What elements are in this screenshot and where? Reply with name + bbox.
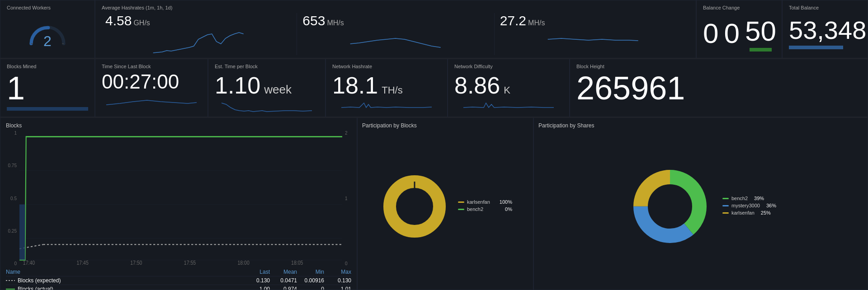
chart-table: Name Last Mean Min Max Blocks (expected)… xyxy=(6,268,351,290)
network-hashrate-card: Network Hashrate 18.1 TH/s xyxy=(326,59,448,117)
mystery3000-shares-label: mystery3000 xyxy=(731,203,760,208)
row1: Connected Workers 2 Average Hashrates (1… xyxy=(0,0,868,59)
participation-shares-card: Participation by Shares bench2 xyxy=(533,117,868,290)
karlsenfan-blocks-label: karlsenfan xyxy=(467,199,490,205)
actual-last: 1.00 xyxy=(243,286,270,290)
karlsenfan-shares-pct: 25% xyxy=(761,210,771,215)
expected-last: 0.130 xyxy=(243,277,270,284)
legend-karlsenfan-blocks: karlsenfan 100% xyxy=(458,199,512,205)
mystery3000-shares-dot xyxy=(722,205,729,206)
block-height-title: Block Height xyxy=(576,64,861,69)
col-mean-header: Mean xyxy=(270,269,297,275)
hashrate-1m-value: 4.58 xyxy=(105,13,132,28)
network-hashrate-unit: TH/s xyxy=(382,84,402,96)
balance-change-item-3: 50 xyxy=(745,15,776,51)
participation-blocks-content: karlsenfan 100% bench2 0% xyxy=(362,131,528,282)
chart-main: 17:40 17:45 17:50 17:55 18:00 18:05 xyxy=(19,131,342,266)
bench2-blocks-label: bench2 xyxy=(467,206,483,212)
hashrate-1d-value: 27.2 xyxy=(500,13,526,28)
total-balance-title: Total Balance xyxy=(789,5,861,10)
expected-icon xyxy=(6,280,15,281)
time-since-value: 00:27:00 xyxy=(102,72,201,92)
table-row-expected: Blocks (expected) 0.130 0.0471 0.00916 0… xyxy=(6,276,351,285)
hashrate-1m-unit: GH/s xyxy=(133,19,150,27)
participation-blocks-donut xyxy=(378,170,451,243)
blocks-mined-card: Blocks Mined 1 xyxy=(0,59,95,117)
participation-blocks-card: Participation by Blocks karlsenfan 100% xyxy=(357,117,533,290)
legend-karlsenfan-shares: karlsenfan 25% xyxy=(722,210,777,215)
participation-blocks-title: Participation by Blocks xyxy=(362,122,528,129)
connected-workers-card: Connected Workers 2 xyxy=(0,0,95,58)
karlsenfan-blocks-dot xyxy=(458,201,464,203)
expected-mean: 0.0471 xyxy=(270,277,297,284)
network-difficulty-card: Network Difficulty 8.86 K xyxy=(448,59,570,117)
actual-label: Blocks (actual) xyxy=(18,286,53,290)
svg-rect-9 xyxy=(19,205,25,260)
total-balance-area: 53,348 xyxy=(789,13,861,53)
legend-bench2-blocks: bench2 0% xyxy=(458,206,512,212)
network-difficulty-chart xyxy=(454,101,563,114)
network-hashrate-value: 18.1 xyxy=(332,72,378,99)
block-height-card: Block Height 265961 xyxy=(570,59,868,117)
time-since-title: Time Since Last Block xyxy=(102,64,201,69)
col-last-header: Last xyxy=(243,269,270,275)
balance-change-val3: 50 xyxy=(745,15,776,47)
blocks-chart-svg: 17:40 17:45 17:50 17:55 18:00 18:05 xyxy=(19,131,342,266)
hashrate-1d: 27.2 MH/s xyxy=(496,13,689,55)
hashrate-1d-unit: MH/s xyxy=(528,19,545,27)
svg-text:17:40: 17:40 xyxy=(23,259,35,266)
mystery3000-shares-pct: 36% xyxy=(766,203,776,208)
est-time-card: Est. Time per Block 1.10 week xyxy=(208,59,326,117)
col-min-header: Min xyxy=(297,269,324,275)
balance-change-val1: 0 xyxy=(703,17,718,49)
col-max-header: Max xyxy=(324,269,351,275)
balance-change-values: 0 0 50 xyxy=(703,13,775,53)
actual-max: 1.01 xyxy=(324,286,351,290)
blocks-chart-title: Blocks xyxy=(6,122,351,129)
col-name-header: Name xyxy=(6,269,78,275)
balance-change-val2: 0 xyxy=(724,17,739,49)
karlsenfan-blocks-pct: 100% xyxy=(500,199,512,205)
row3: Blocks 1 0.75 0.5 0.25 0 xyxy=(0,117,868,290)
network-difficulty-value: 8.86 xyxy=(454,72,500,99)
table-row-actual: Blocks (actual) 1.00 0.974 0 1.01 xyxy=(6,285,351,290)
balance-change-item-2: 0 xyxy=(724,17,739,49)
expected-max: 0.130 xyxy=(324,277,351,284)
network-hashrate-title: Network Hashrate xyxy=(332,64,441,69)
est-time-value: 1.10 xyxy=(215,72,260,99)
block-height-value: 265961 xyxy=(576,72,861,104)
actual-mean: 0.974 xyxy=(270,286,297,290)
karlsenfan-shares-label: karlsenfan xyxy=(731,210,755,215)
network-difficulty-title: Network Difficulty xyxy=(454,64,563,69)
participation-blocks-legend: karlsenfan 100% bench2 0% xyxy=(458,199,512,214)
svg-text:17:55: 17:55 xyxy=(184,259,196,266)
hashrate-row: 4.58 GH/s xyxy=(102,13,689,55)
total-balance-card: Total Balance 53,348 xyxy=(782,0,868,58)
participation-shares-legend: bench2 39% mystery3000 36% karlsenfan 25… xyxy=(722,196,777,217)
blocks-mined-bar xyxy=(7,107,88,111)
bench2-shares-dot xyxy=(722,198,729,199)
total-balance-bar xyxy=(789,46,843,49)
balance-change-title: Balance Change xyxy=(703,5,775,10)
svg-text:17:45: 17:45 xyxy=(77,259,89,266)
hashrate-1m-chart xyxy=(105,30,291,55)
blocks-chart-card: Blocks 1 0.75 0.5 0.25 0 xyxy=(0,117,357,290)
time-since-card: Time Since Last Block 00:27:00 xyxy=(95,59,208,117)
blocks-mined-title: Blocks Mined xyxy=(7,64,88,69)
hashrates-title: Average Hashrates (1m, 1h, 1d) xyxy=(102,5,689,10)
participation-shares-donut xyxy=(625,161,715,252)
participation-shares-content: bench2 39% mystery3000 36% karlsenfan 25… xyxy=(538,131,863,282)
legend-bench2-shares: bench2 39% xyxy=(722,196,777,201)
svg-text:18:00: 18:00 xyxy=(237,259,249,266)
green-bar xyxy=(750,48,771,51)
hashrate-1m: 4.58 GH/s xyxy=(102,13,295,55)
chart-table-header: Name Last Mean Min Max xyxy=(6,268,351,276)
karlsenfan-shares-dot xyxy=(722,212,729,214)
hashrate-1d-chart xyxy=(500,30,686,55)
actual-min: 0 xyxy=(297,286,324,290)
est-time-title: Est. Time per Block xyxy=(215,64,319,69)
svg-text:17:50: 17:50 xyxy=(130,259,142,266)
hashrate-1h: 653 MH/s xyxy=(299,13,492,55)
est-time-chart xyxy=(215,101,319,114)
time-since-chart xyxy=(102,94,201,107)
